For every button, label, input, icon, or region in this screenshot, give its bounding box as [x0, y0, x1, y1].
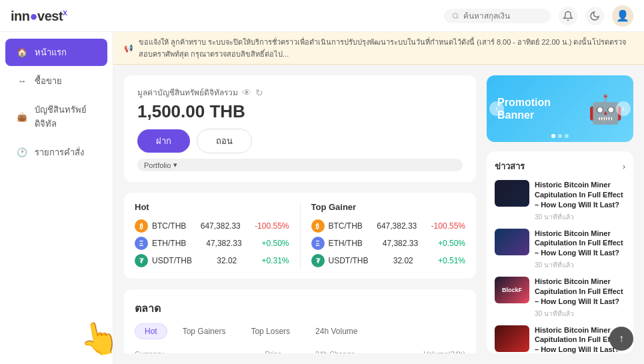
portfolio-tag[interactable]: Portfolio ▾: [137, 159, 463, 171]
news-headline-0: Historic Bitcoin Miner Capitulation In F…: [535, 180, 625, 210]
news-thumb-1: [495, 229, 529, 255]
divider: [300, 202, 301, 269]
tab-top-losers[interactable]: Top Losers: [241, 323, 300, 339]
search-box[interactable]: [444, 9, 551, 23]
withdraw-button[interactable]: ถอน: [197, 129, 252, 153]
chevron-down-icon: ▾: [173, 161, 177, 169]
news-section: ข่าวสาร › Historic Bitcoin Miner Capitul…: [487, 151, 633, 353]
hot-coin-usdt: ₮ USDT/THB: [135, 254, 192, 267]
header-change: 24h Change: [281, 350, 355, 353]
news-time-0: 30 นาทีที่แล้ว: [535, 212, 625, 222]
eth-icon: Ξ: [135, 237, 148, 250]
hot-coin-btc: ₿ BTC/THB: [135, 219, 186, 233]
hot-gainer-section: Hot ₿ BTC/THB 647,382.33 -100.55%: [124, 193, 476, 279]
portfolio-actions: ฝาก ถอน: [137, 129, 463, 153]
news-more-btn[interactable]: ›: [623, 162, 625, 171]
sidebar-item-portfolio[interactable]: 👜 บัญชีสินทรัพย์ดิจิทัล: [5, 96, 107, 137]
news-info-0: Historic Bitcoin Miner Capitulation In F…: [535, 180, 625, 222]
top-gainer-table: Top Gainer ₿ BTC/THB 647,382.33 -100.55%: [311, 202, 466, 269]
usdt-icon: ₮: [135, 254, 148, 267]
market-section: ตลาด Hot Top Gainers Top Losers 24h Volu…: [124, 289, 476, 353]
news-thumb-3: [495, 325, 529, 352]
logo: inn●vestx: [11, 8, 67, 24]
hot-gainer-row: Hot ₿ BTC/THB 647,382.33 -100.55%: [135, 202, 465, 269]
tab-hot[interactable]: Hot: [135, 323, 167, 339]
announcement-text: ขอแจ้งให้ ลูกค้าทราบ ระบบจะปิดให้บริการช…: [139, 36, 633, 60]
header-currency: Currency: [135, 350, 208, 353]
search-input[interactable]: [463, 11, 543, 21]
sidebar-item-buysell[interactable]: ↔ ซื้อขาย: [5, 67, 107, 95]
content-body: มูลค่าบัญชีสินทรัพย์ดิจิทัลรวม 👁 ↻ 1,500…: [113, 65, 644, 364]
promo-dot-2[interactable]: [565, 134, 569, 138]
left-panel: มูลค่าบัญชีสินทรัพย์ดิจิทัลรวม 👁 ↻ 1,500…: [124, 75, 476, 353]
gainer-coin-usdt: ₮ USDT/THB: [311, 254, 369, 267]
svg-point-0: [453, 13, 457, 18]
cursor-hand-decoration: 👆: [77, 317, 113, 361]
sidebar-item-home[interactable]: 🏠 หน้าแรก: [5, 39, 107, 66]
hot-row-2[interactable]: ₮ USDT/THB 32.02 +0.31%: [135, 252, 289, 269]
home-icon: 🏠: [16, 47, 28, 59]
market-title: ตลาด: [135, 300, 465, 317]
main-layout: 🏠 หน้าแรก ↔ ซื้อขาย 👜 บัญชีสินทรัพย์ดิจิ…: [0, 32, 644, 364]
news-title: ข่าวสาร: [495, 159, 525, 173]
tab-24h-volume[interactable]: 24h Volume: [305, 323, 367, 339]
top-gainer-title: Top Gainer: [311, 202, 466, 212]
scroll-to-top-btn[interactable]: ↑: [609, 327, 633, 351]
promo-dot-0[interactable]: [551, 134, 555, 138]
notification-icon-btn[interactable]: [559, 7, 577, 25]
portfolio-label: มูลค่าบัญชีสินทรัพย์ดิจิทัลรวม 👁 ↻: [137, 86, 463, 99]
market-table: Currency Price 24h Change Volume(24h) ₿B…: [135, 347, 465, 353]
hot-row-0[interactable]: ₿ BTC/THB 647,382.33 -100.55%: [135, 217, 289, 235]
promo-banner: ‹ Promotion Banner 🤖 ›: [487, 75, 633, 142]
moon-icon: [589, 11, 600, 21]
promo-prev-btn[interactable]: ‹: [489, 101, 504, 116]
portfolio-section: มูลค่าบัญชีสินทรัพย์ดิจิทัลรวม 👁 ↻ 1,500…: [124, 75, 476, 182]
news-time-2: 30 นาทีที่แล้ว: [535, 309, 625, 319]
news-item-2[interactable]: BlockF Historic Bitcoin Miner Capitulati…: [495, 277, 625, 319]
promo-next-btn[interactable]: ›: [616, 101, 631, 116]
gainer-coin-btc: ₿ BTC/THB: [311, 219, 363, 233]
eth-icon-2: Ξ: [311, 237, 325, 250]
promo-dot-1[interactable]: [558, 134, 562, 138]
sidebar-label-buysell: ซื้อขาย: [35, 74, 62, 88]
logo-superscript: x: [63, 8, 67, 17]
content-area: 📢 ขอแจ้งให้ ลูกค้าทราบ ระบบจะปิดให้บริกา…: [113, 32, 644, 364]
market-tabs: Hot Top Gainers Top Losers 24h Volume: [135, 323, 465, 339]
tab-top-gainers[interactable]: Top Gainers: [173, 323, 236, 339]
news-header: ข่าวสาร ›: [495, 159, 625, 173]
history-icon: 🕐: [16, 147, 28, 159]
gainer-row-1[interactable]: Ξ ETH/THB 47,382.33 +0.50%: [311, 235, 466, 252]
bell-icon: [563, 11, 573, 21]
btc-icon-2: ₿: [311, 219, 325, 233]
news-item-0[interactable]: Historic Bitcoin Miner Capitulation In F…: [495, 180, 625, 222]
gainer-row-0[interactable]: ₿ BTC/THB 647,382.33 -100.55%: [311, 217, 466, 235]
news-headline-2: Historic Bitcoin Miner Capitulation In F…: [535, 277, 625, 307]
gainer-row-2[interactable]: ₮ USDT/THB 32.02 +0.51%: [311, 252, 466, 269]
news-headline-1: Historic Bitcoin Miner Capitulation In F…: [535, 229, 625, 259]
news-thumb-2: BlockF: [495, 277, 529, 303]
eye-icon[interactable]: 👁: [242, 87, 251, 98]
news-info-2: Historic Bitcoin Miner Capitulation In F…: [535, 277, 625, 319]
sidebar-label-home: หน้าแรก: [35, 45, 67, 59]
portfolio-amount: 1,500.00 THB: [137, 101, 463, 122]
refresh-icon[interactable]: ↻: [255, 87, 263, 98]
topnav: inn●vestx 👤: [0, 0, 644, 32]
news-info-1: Historic Bitcoin Miner Capitulation In F…: [535, 229, 625, 271]
news-item-3[interactable]: Historic Bitcoin Miner Capitulation In F…: [495, 325, 625, 353]
header-price: Price: [208, 350, 281, 353]
exchange-icon: ↔: [16, 75, 28, 87]
news-time-1: 30 นาทีที่แล้ว: [535, 260, 625, 270]
usdt-icon-2: ₮: [311, 254, 325, 267]
promo-text: Promotion Banner: [497, 96, 551, 121]
hot-row-1[interactable]: Ξ ETH/THB 47,382.33 +0.50%: [135, 235, 289, 252]
market-table-header: Currency Price 24h Change Volume(24h): [135, 347, 465, 353]
deposit-button[interactable]: ฝาก: [137, 129, 190, 153]
hot-table-title: Hot: [135, 202, 289, 212]
hot-table: Hot ₿ BTC/THB 647,382.33 -100.55%: [135, 202, 289, 269]
news-item-1[interactable]: Historic Bitcoin Miner Capitulation In F…: [495, 229, 625, 271]
sidebar-item-history[interactable]: 🕐 รายการคำสั่ง: [5, 139, 107, 166]
avatar[interactable]: 👤: [612, 5, 633, 27]
announcement-icon: 📢: [124, 44, 133, 53]
theme-toggle-btn[interactable]: [585, 7, 604, 25]
topnav-right: 👤: [444, 5, 633, 27]
